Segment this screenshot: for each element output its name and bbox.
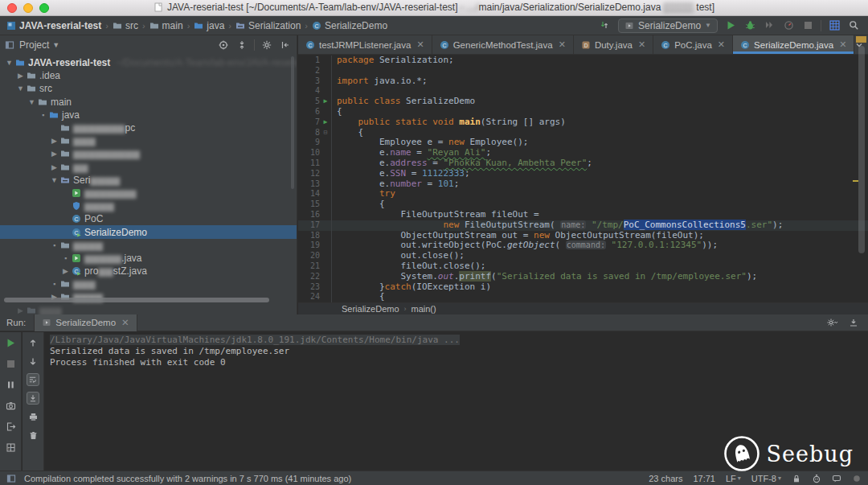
breadcrumb-item-serializedemo[interactable]: CSerializeDemo xyxy=(310,20,389,31)
arrow-down-button[interactable] xyxy=(27,355,39,368)
expander-none[interactable]: ▪ xyxy=(50,241,59,249)
close-tab-icon[interactable]: ✕ xyxy=(416,39,424,50)
tree-item[interactable]: ▆▆▆▆▆▆▆ xyxy=(0,187,297,199)
warning-tick-marker[interactable] xyxy=(853,180,858,182)
scrollend-button[interactable] xyxy=(27,392,39,405)
tree-item-.idea[interactable]: ▶.idea xyxy=(0,69,297,82)
run-configuration-select[interactable]: SerializeDemo▼ xyxy=(618,18,718,33)
chevron-down-icon[interactable]: ▼ xyxy=(52,41,59,49)
expand-stripe-icon[interactable]: » xyxy=(6,443,11,453)
tree-item[interactable]: ▪▆▆▆ xyxy=(0,277,297,290)
expander-collapsed-icon[interactable]: ▶ xyxy=(61,267,70,275)
hide-bottom-button[interactable] xyxy=(847,316,860,329)
stop-button[interactable] xyxy=(4,357,17,370)
expander-collapsed-icon[interactable]: ▶ xyxy=(16,72,25,80)
breadcrumb-item-main[interactable]: main xyxy=(148,20,185,31)
status-hector-icon[interactable] xyxy=(812,474,821,483)
expander-expanded-icon[interactable]: ▼ xyxy=(50,176,59,184)
tree-item-pro[interactable]: ▶Cpro▆▆stZ.java xyxy=(0,265,297,277)
expander-expanded-icon[interactable]: ▼ xyxy=(5,59,14,67)
target-button[interactable] xyxy=(217,39,230,51)
close-tab-icon[interactable]: ✕ xyxy=(839,39,846,50)
tree-item[interactable]: ▆▆▆▆▆▆▆pc xyxy=(0,121,297,134)
search-button[interactable] xyxy=(847,19,860,32)
status-bubble-icon[interactable] xyxy=(832,474,841,483)
editor-tab-duty-java[interactable]: DDuty.java✕ xyxy=(574,35,653,54)
console-output[interactable]: /Library/Java/JavaVirtualMachines/jdk1.8… xyxy=(45,332,868,471)
breadcrumb-item-java-reserial-test[interactable]: JAVA-reserial-test xyxy=(5,20,103,31)
tree-item-poc[interactable]: CPoC xyxy=(0,212,297,225)
close-icon[interactable]: ✕ xyxy=(121,317,129,328)
project-vertical-scrollbar[interactable] xyxy=(291,56,294,189)
status-lf[interactable]: LF▾ xyxy=(726,474,741,483)
tree-item-java[interactable]: ▪java xyxy=(0,109,297,121)
toolwindow-toggle-icon[interactable] xyxy=(6,474,16,483)
editor-breadcrumb-item[interactable]: main() xyxy=(411,304,436,314)
coverage-button[interactable] xyxy=(763,19,776,32)
arrow-up-button[interactable] xyxy=(27,336,39,349)
expander-collapsed-icon[interactable]: ▶ xyxy=(50,150,59,158)
stop-button[interactable] xyxy=(801,19,814,32)
softwrap-button[interactable] xyxy=(27,373,39,386)
play-button[interactable] xyxy=(724,19,737,32)
tree-item[interactable]: ▶▆▆ xyxy=(0,161,297,174)
grid-blue-button[interactable] xyxy=(828,19,841,32)
editor-scrollbar[interactable] xyxy=(858,46,865,253)
close-tab-icon[interactable]: ✕ xyxy=(559,39,566,50)
tree-item[interactable]: ▶▆▆▆ xyxy=(0,134,297,147)
bug-button[interactable] xyxy=(743,19,756,32)
expander-none[interactable]: ▪ xyxy=(50,280,59,288)
tree-item-main[interactable]: ▼main xyxy=(0,96,297,109)
gear-chev-button[interactable] xyxy=(826,316,839,329)
warning-stripe-marker[interactable] xyxy=(856,36,866,43)
status-17-71[interactable]: 17:71 xyxy=(693,474,715,483)
fold-icon[interactable]: ⊟ xyxy=(320,128,332,138)
printer-button[interactable] xyxy=(27,410,39,423)
expander-collapsed-icon[interactable]: ▶ xyxy=(50,137,59,145)
vcs-button[interactable] xyxy=(599,19,612,32)
tree-item-java-reserial-test[interactable]: ▼JAVA-reserial-test~/Documents/A-Team/la… xyxy=(0,56,297,69)
close-tab-icon[interactable]: ✕ xyxy=(638,39,645,50)
status-utf-8[interactable]: UTF-8▾ xyxy=(751,474,781,483)
profiler-button[interactable] xyxy=(782,19,795,32)
status-dot-icon[interactable] xyxy=(852,474,862,483)
expander-none[interactable]: ▪ xyxy=(39,111,47,119)
tree-item[interactable]: ▶▆▆▆ xyxy=(0,304,297,314)
breadcrumb-item-java[interactable]: java xyxy=(192,20,226,31)
breadcrumb-item-serialization[interactable]: Serialization xyxy=(234,20,302,31)
status-lock-icon[interactable] xyxy=(792,474,801,483)
expander-expanded-icon[interactable]: ▼ xyxy=(16,84,25,92)
tree-item[interactable]: ▪▆▆▆▆ xyxy=(0,239,297,252)
editor-tab-poc-java[interactable]: CPoC.java✕ xyxy=(653,35,733,54)
trash-button[interactable] xyxy=(27,429,39,442)
editor-tab-testjrmplistener-java[interactable]: CtestJRMPListener.java✕ xyxy=(298,35,432,54)
tree-item-seri[interactable]: ▼Seri▆▆▆▆ xyxy=(0,174,297,187)
breadcrumb-item-src[interactable]: src xyxy=(111,20,140,31)
exit-button[interactable] xyxy=(4,420,17,433)
play-button[interactable] xyxy=(4,336,17,349)
run-tab[interactable]: SerializeDemo ✕ xyxy=(34,314,137,331)
tree-item-src[interactable]: ▼src xyxy=(0,82,297,95)
expander-none[interactable]: ▪ xyxy=(61,254,70,262)
collapse-button[interactable] xyxy=(235,39,248,51)
tree-item[interactable]: ▪▆▆▆▆▆.java xyxy=(0,252,297,265)
editor-breadcrumb-item[interactable]: SerializeDemo xyxy=(342,304,399,314)
tree-item[interactable]: ▶▆▆▆▆▆▆▆▆▆ xyxy=(0,147,297,160)
gear-button[interactable] xyxy=(260,39,273,51)
tree-item-serializedemo[interactable]: CSerializeDemo xyxy=(0,225,297,238)
tree-item[interactable]: ▆▆▆▆ xyxy=(0,199,297,212)
editor-tab-serializedemo-java[interactable]: CSerializeDemo.java✕ xyxy=(733,35,854,54)
run-line-icon[interactable]: ▶ xyxy=(320,97,332,107)
pause-button[interactable] xyxy=(4,378,17,391)
expander-collapsed-icon[interactable]: ▶ xyxy=(16,306,25,314)
close-tab-icon[interactable]: ✕ xyxy=(718,39,725,50)
project-horizontal-scrollbar[interactable] xyxy=(4,298,269,302)
status-23-chars[interactable]: 23 chars xyxy=(649,474,682,483)
camera-button[interactable] xyxy=(4,399,17,412)
code-editor[interactable]: 1package Serialization;23import java.io.… xyxy=(298,55,868,302)
expander-expanded-icon[interactable]: ▼ xyxy=(27,98,36,106)
hide-panel-button[interactable] xyxy=(279,39,292,51)
run-line-icon[interactable]: ▶ xyxy=(320,117,332,128)
project-tree[interactable]: ▼JAVA-reserial-test~/Documents/A-Team/la… xyxy=(0,56,297,314)
expander-collapsed-icon[interactable]: ▶ xyxy=(50,163,59,171)
